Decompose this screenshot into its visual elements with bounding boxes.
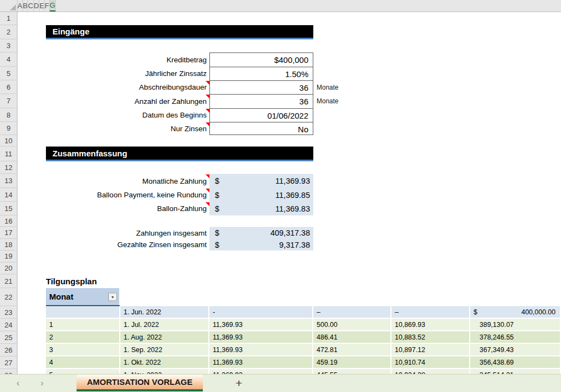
row-header-13[interactable]: 13 <box>0 174 17 188</box>
schedule-cell-datum[interactable]: 1. Aug. 2022 <box>120 331 209 344</box>
input-label-1[interactable]: Jährlicher Zinssatz <box>17 67 209 80</box>
column-header-C[interactable]: C <box>28 0 33 11</box>
row-header-14[interactable]: 14 <box>0 188 17 202</box>
schedule-cell-haupt[interactable]: 10,910.74 <box>391 356 470 369</box>
schedule-cell-zins[interactable]: 472.81 <box>313 344 391 356</box>
row-header-27[interactable]: 27 <box>0 356 17 369</box>
row-header-28[interactable]: 28 <box>0 369 17 374</box>
input-value-cell-5[interactable]: No <box>210 122 313 135</box>
schedule-cell-monat[interactable]: 1 <box>46 319 120 331</box>
filter-dropdown-button[interactable]: ▼ <box>108 292 117 301</box>
schedule-cell-monat[interactable]: 4 <box>46 356 120 369</box>
row-header-10[interactable]: 10 <box>0 135 17 147</box>
row-header-2[interactable]: 2 <box>0 25 17 39</box>
input-value-cell-4[interactable]: 01/06/2022 <box>210 109 313 122</box>
schedule-cell-datum[interactable]: 1. Sep. 2022 <box>120 344 209 356</box>
schedule-cell-datum[interactable]: 1. Jul. 2022 <box>120 319 209 331</box>
input-value-cell-2[interactable]: 36 <box>210 81 313 95</box>
next-sheet-arrow-icon[interactable]: › <box>36 377 48 389</box>
schedule-cell-zins[interactable]: 500.00 <box>313 319 391 331</box>
row-header-26[interactable]: 26 <box>0 344 17 356</box>
row-header-15[interactable]: 15 <box>0 202 17 215</box>
input-value-cell-1[interactable]: 1.50% <box>210 67 313 81</box>
column-header-E[interactable]: E <box>39 0 45 11</box>
schedule-cell-zins[interactable]: – <box>313 306 391 319</box>
column-header-D[interactable]: D <box>34 0 39 11</box>
schedule-cell-monat[interactable] <box>46 306 120 319</box>
row-header-18[interactable]: 18 <box>0 239 17 250</box>
summary-label-group2-0[interactable]: Zahlungen insgesamt <box>17 227 209 239</box>
schedule-cell-zins[interactable]: 486.41 <box>313 331 391 344</box>
schedule-cell-zins[interactable]: 445.55 <box>313 369 391 374</box>
schedule-cell-zahlung[interactable]: 11,369.93 <box>209 331 313 344</box>
row-header-4[interactable]: 4 <box>0 52 17 67</box>
schedule-cell-gleichgewicht[interactable]: 356,438.69 <box>470 356 561 369</box>
input-value-cell-3[interactable]: 36 <box>210 95 313 109</box>
schedule-header-monat[interactable]: Monat▼ <box>46 288 120 306</box>
schedule-cell-gleichgewicht[interactable]: 367,349.43 <box>470 344 561 356</box>
input-label-2[interactable]: Abschreibungsdauer <box>17 80 209 94</box>
row-header-11[interactable]: 11 <box>0 147 17 161</box>
summary-value-cell-group1-1[interactable]: $11,369.85 <box>209 188 313 202</box>
schedule-cell-zahlung[interactable]: - <box>209 306 313 319</box>
summary-value-cell-group2-1[interactable]: $9,317.38 <box>209 239 313 250</box>
schedule-cell-monat[interactable]: 5 <box>46 369 120 374</box>
input-label-3[interactable]: Anzahl der Zahlungen <box>17 94 209 108</box>
input-label-5[interactable]: Nur Zinsen <box>17 122 209 135</box>
input-label-4[interactable]: Datum des Beginns <box>17 108 209 122</box>
schedule-cell-gleichgewicht[interactable]: 345,514.31 <box>470 369 561 374</box>
schedule-cell-haupt[interactable]: 10,897.12 <box>391 344 470 356</box>
summary-value-cell-group2-0[interactable]: $409,317.38 <box>209 227 313 239</box>
schedule-cell-zahlung[interactable]: 11,369.93 <box>209 344 313 356</box>
schedule-cell-gleichgewicht[interactable]: 389,130.07 <box>470 319 561 331</box>
row-header-7[interactable]: 7 <box>0 94 17 108</box>
schedule-cell-zins[interactable]: 459.19 <box>313 356 391 369</box>
row-header-20[interactable]: 20 <box>0 262 17 274</box>
row-header-9[interactable]: 9 <box>0 122 17 135</box>
schedule-cell-datum[interactable]: 1. Okt. 2022 <box>120 356 209 369</box>
schedule-cell-haupt[interactable]: 10,883.52 <box>391 331 470 344</box>
input-label-0[interactable]: Kreditbetrag <box>17 52 209 67</box>
schedule-cell-haupt[interactable]: – <box>391 306 470 319</box>
column-header-B[interactable]: B <box>23 0 28 11</box>
schedule-cell-datum[interactable]: 1. Jun. 2022 <box>120 306 209 319</box>
summary-value-cell-group1-2[interactable]: $11,369.83 <box>209 202 313 215</box>
row-header-1[interactable]: 1 <box>0 12 17 25</box>
schedule-cell-zahlung[interactable]: 11,369.93 <box>209 319 313 331</box>
row-header-5[interactable]: 5 <box>0 67 17 80</box>
row-header-17[interactable]: 17 <box>0 227 17 239</box>
column-header-F[interactable]: F <box>45 0 50 11</box>
select-all-corner[interactable] <box>0 0 17 11</box>
prev-sheet-arrow-icon[interactable]: ‹ <box>12 377 24 389</box>
summary-label-group1-0[interactable]: Monatliche Zahlung <box>17 174 209 188</box>
schedule-cell-gleichgewicht[interactable]: 378,246.55 <box>470 331 561 344</box>
row-header-23[interactable]: 23 <box>0 306 17 319</box>
row-header-21[interactable]: 21 <box>0 274 17 288</box>
row-header-8[interactable]: 8 <box>0 108 17 122</box>
row-header-6[interactable]: 6 <box>0 80 17 94</box>
summary-label-group2-1[interactable]: Gezahlte Zinsen insgesamt <box>17 239 209 250</box>
summary-value-cell-group1-0[interactable]: $11,369.93 <box>209 174 313 188</box>
column-header-G[interactable]: G <box>50 0 56 11</box>
schedule-cell-zahlung[interactable]: 11,369.93 <box>209 369 313 374</box>
schedule-cell-monat[interactable]: 2 <box>46 331 120 344</box>
input-value-cell-0[interactable]: $400,000 <box>210 53 313 67</box>
schedule-cell-datum[interactable]: 1. Nov. 2022 <box>120 369 209 374</box>
schedule-cell-zahlung[interactable]: 11,369.93 <box>209 356 313 369</box>
row-header-24[interactable]: 24 <box>0 319 17 331</box>
row-header-12[interactable]: 12 <box>0 161 17 174</box>
schedule-cell-haupt[interactable]: 10,869.93 <box>391 319 470 331</box>
row-header-19[interactable]: 19 <box>0 250 17 262</box>
row-header-16[interactable]: 16 <box>0 215 17 227</box>
schedule-cell-monat[interactable]: 3 <box>46 344 120 356</box>
summary-label-group1-2[interactable]: Ballon-Zahlung <box>17 202 209 215</box>
schedule-cell-gleichgewicht[interactable]: $400,000.00 <box>470 306 561 319</box>
row-header-3[interactable]: 3 <box>0 39 17 52</box>
add-sheet-button[interactable]: + <box>232 376 246 390</box>
column-header-A[interactable]: A <box>17 0 23 11</box>
sheet-tab-amortisation-vorlage[interactable]: AMORTISATION VORLAGE <box>77 375 203 391</box>
row-header-25[interactable]: 25 <box>0 331 17 344</box>
summary-label-group1-1[interactable]: Balloon Payment, keine Rundung <box>17 188 209 202</box>
row-header-22[interactable]: 22 <box>0 288 17 306</box>
schedule-cell-haupt[interactable]: 10,924.38 <box>391 369 470 374</box>
